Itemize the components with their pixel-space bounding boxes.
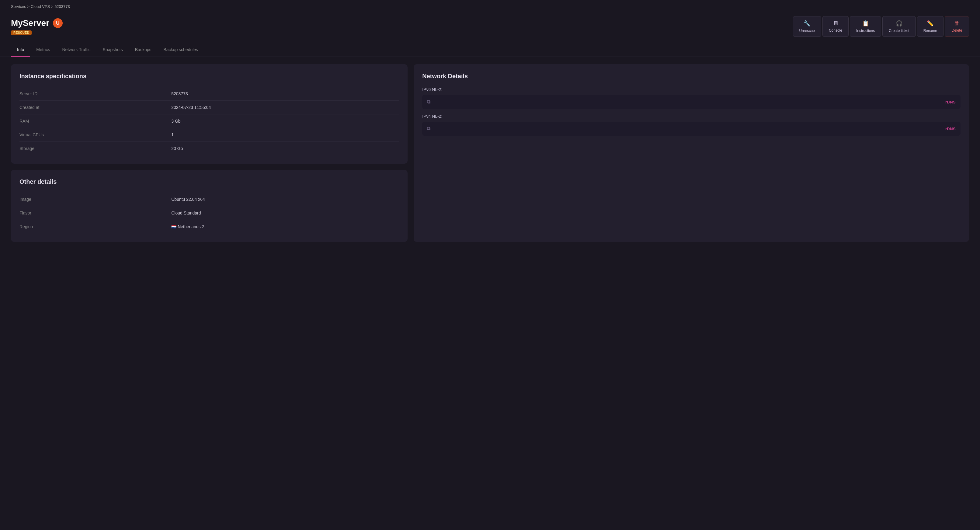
spec-value-ram: 3 Gb [171, 115, 399, 128]
server-title-row: MyServer U [11, 18, 63, 28]
server-status-badge: RESCUED [11, 30, 32, 35]
ipv6-label: IPv6 NL-2: [422, 87, 961, 92]
region-text: Netherlands-2 [178, 224, 204, 229]
create-ticket-icon: 🎧 [896, 20, 902, 27]
delete-label: Delete [952, 28, 963, 33]
breadcrumb-id: 5203773 [54, 4, 70, 9]
create-ticket-button[interactable]: 🎧 Create ticket [882, 16, 916, 37]
other-details-table: Image Ubuntu 22.04 x64 Flavor Cloud Stan… [19, 193, 399, 233]
other-details-card: Other details Image Ubuntu 22.04 x64 Fla… [11, 170, 407, 242]
instance-specs-card: Instance specifications Server ID: 52037… [11, 64, 407, 164]
spec-label-created: Created at [19, 101, 171, 115]
unrescue-button[interactable]: 🔧 Unrescue [793, 16, 821, 37]
instructions-icon: 📋 [862, 20, 869, 27]
table-row: Storage 20 Gb [19, 142, 399, 156]
tab-snapshots[interactable]: Snapshots [97, 43, 129, 57]
table-row: Flavor Cloud Standard [19, 206, 399, 220]
delete-icon: 🗑 [954, 20, 959, 27]
spec-label-ram: RAM [19, 115, 171, 128]
tab-backup-schedules[interactable]: Backup schedules [157, 43, 204, 57]
tab-bar: Info Metrics Network Traffic Snapshots B… [0, 43, 980, 57]
spec-value-vcpu: 1 [171, 128, 399, 142]
tab-network-traffic[interactable]: Network Traffic [56, 43, 96, 57]
breadcrumb-cloud-vps[interactable]: Cloud VPS [31, 4, 50, 9]
detail-value-image: Ubuntu 22.04 x64 [171, 193, 399, 206]
ipv4-rdns-button[interactable]: rDNS [945, 127, 956, 131]
breadcrumb-sep1: > [27, 4, 30, 9]
rename-label: Rename [923, 29, 937, 33]
table-row: Server ID: 5203773 [19, 87, 399, 101]
tab-info[interactable]: Info [11, 43, 30, 57]
instructions-button[interactable]: 📋 Instructions [850, 16, 881, 37]
server-name: MyServer [11, 18, 49, 28]
delete-button[interactable]: 🗑 Delete [945, 16, 969, 37]
create-ticket-label: Create ticket [889, 29, 909, 33]
spec-label-storage: Storage [19, 142, 171, 156]
ipv4-ip-row: ⧉ rDNS [422, 122, 961, 136]
ipv6-block: IPv6 NL-2: ⧉ rDNS [422, 87, 961, 109]
spec-value-storage: 20 Gb [171, 142, 399, 156]
server-os-icon: U [53, 18, 63, 28]
ipv6-rdns-button[interactable]: rDNS [945, 100, 956, 104]
server-info: MyServer U RESCUED [11, 18, 63, 35]
ipv4-label: IPv4 NL-2: [422, 114, 961, 119]
network-details-card: Network Details IPv6 NL-2: ⧉ rDNS IPv4 N… [414, 64, 969, 242]
header-left: MyServer U RESCUED [11, 18, 63, 35]
spec-table: Server ID: 5203773 Created at 2024-07-23… [19, 87, 399, 155]
breadcrumb: Services > Cloud VPS > 5203773 [0, 0, 980, 13]
tab-backups[interactable]: Backups [129, 43, 158, 57]
spec-value-server-id: 5203773 [171, 87, 399, 101]
table-row: RAM 3 Gb [19, 115, 399, 128]
detail-label-region: Region [19, 220, 171, 234]
spec-value-created: 2024-07-23 11:55:04 [171, 101, 399, 115]
left-column: Instance specifications Server ID: 52037… [11, 64, 407, 242]
breadcrumb-sep2: > [51, 4, 54, 9]
table-row: Image Ubuntu 22.04 x64 [19, 193, 399, 206]
table-row: Region 🇳🇱 Netherlands-2 [19, 220, 399, 234]
detail-label-image: Image [19, 193, 171, 206]
table-row: Virtual CPUs 1 [19, 128, 399, 142]
instructions-label: Instructions [856, 29, 875, 33]
flag-nl-icon: 🇳🇱 [171, 224, 177, 229]
rename-button[interactable]: ✏️ Rename [917, 16, 943, 37]
console-button[interactable]: 🖥 Console [822, 16, 849, 37]
other-details-title: Other details [19, 178, 399, 185]
instance-specs-title: Instance specifications [19, 73, 399, 80]
breadcrumb-services[interactable]: Services [11, 4, 26, 9]
spec-label-vcpu: Virtual CPUs [19, 128, 171, 142]
toolbar: 🔧 Unrescue 🖥 Console 📋 Instructions 🎧 Cr… [793, 16, 969, 37]
main-content: Instance specifications Server ID: 52037… [0, 57, 980, 249]
ipv6-copy-icon[interactable]: ⧉ [427, 99, 430, 105]
ipv6-ip-row: ⧉ rDNS [422, 95, 961, 109]
detail-value-region: 🇳🇱 Netherlands-2 [171, 220, 399, 234]
unrescue-label: Unrescue [799, 29, 815, 33]
detail-label-flavor: Flavor [19, 206, 171, 220]
network-details-title: Network Details [422, 73, 961, 80]
rename-icon: ✏️ [927, 20, 934, 27]
spec-label-server-id: Server ID: [19, 87, 171, 101]
console-label: Console [829, 28, 842, 33]
page-header: MyServer U RESCUED 🔧 Unrescue 🖥 Console … [0, 13, 980, 43]
console-icon: 🖥 [833, 20, 838, 27]
detail-value-flavor: Cloud Standard [171, 206, 399, 220]
unrescue-icon: 🔧 [803, 20, 810, 27]
table-row: Created at 2024-07-23 11:55:04 [19, 101, 399, 115]
tab-metrics[interactable]: Metrics [30, 43, 56, 57]
ipv4-copy-icon[interactable]: ⧉ [427, 126, 430, 131]
ipv4-block: IPv4 NL-2: ⧉ rDNS [422, 114, 961, 136]
